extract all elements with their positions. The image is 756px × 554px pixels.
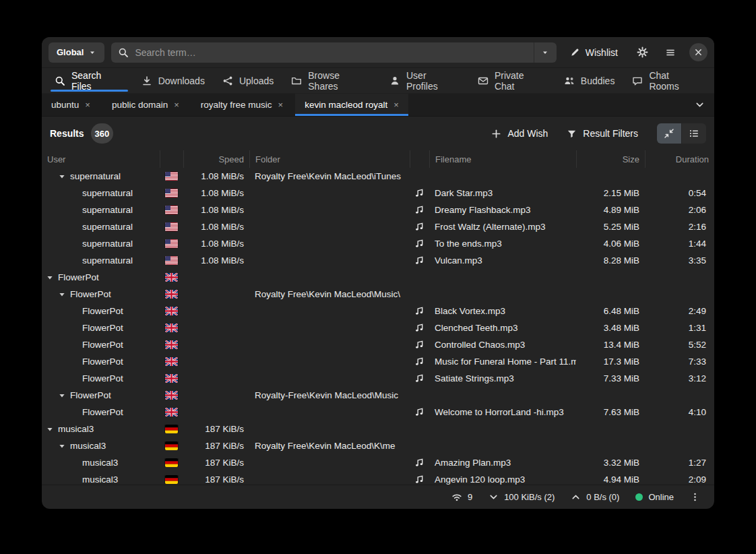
result-row[interactable]: FlowerPotSatiate Strings.mp37.33 MiB3:12 [42, 370, 714, 387]
tab-user-profiles[interactable]: User Profiles [381, 68, 469, 93]
flag-cell [160, 206, 183, 214]
tab-buddies[interactable]: Buddies [555, 68, 624, 93]
downloads-icon [141, 75, 152, 86]
result-row[interactable]: supernatural1.08 MiB/sRoyalty Free\Kevin… [42, 168, 714, 185]
result-row[interactable]: supernatural1.08 MiB/sTo the ends.mp34.0… [42, 235, 714, 252]
search-input[interactable] [135, 47, 526, 58]
search-entry[interactable] [111, 42, 533, 63]
result-row[interactable]: supernatural1.08 MiB/sDreamy Flashback.m… [42, 202, 714, 218]
user-name: supernatural [82, 239, 133, 249]
speed-cell: 1.08 MiB/s [183, 188, 249, 198]
search-tab-list-button[interactable] [685, 94, 714, 116]
close-tab-icon[interactable]: × [393, 100, 399, 109]
speed-cell: 187 KiB/s [183, 458, 249, 468]
status-menu[interactable] [683, 488, 707, 507]
column-header-duration[interactable]: Duration [645, 150, 714, 168]
filename-cell: Welcome to HorrorLand -hi.mp3 [429, 407, 576, 417]
size-cell: 7.63 MiB [576, 407, 645, 417]
result-row[interactable]: FlowerPotWelcome to HorrorLand -hi.mp37.… [42, 404, 714, 421]
tab-search-files[interactable]: Search Files [46, 68, 133, 93]
column-header-file_icon[interactable] [410, 150, 429, 168]
close-tab-icon[interactable]: × [278, 100, 284, 109]
flag-cell [160, 458, 183, 467]
preferences-button[interactable] [631, 42, 653, 63]
user-cell: musical3 [42, 424, 160, 434]
list-view-toggle[interactable] [682, 123, 706, 144]
column-header-filename[interactable]: Filename [429, 150, 576, 168]
column-header-size[interactable]: Size [576, 150, 645, 168]
music-note-icon [414, 239, 424, 249]
search-history-dropdown-button[interactable] [534, 42, 557, 63]
search-tab-kevin-macleod-royalt[interactable]: kevin macleod royalt× [295, 94, 408, 116]
file-icon-cell [410, 306, 429, 316]
add-wish-button[interactable]: Add Wish [484, 123, 555, 144]
duration-cell: 0:54 [645, 188, 714, 198]
flag-cell [160, 408, 183, 417]
search-tab-royalty-free-music[interactable]: royalty free music× [191, 94, 292, 116]
result-row[interactable]: FlowerPotRoyalty Free\Kevin MacLeod\Musi… [42, 286, 714, 303]
user-cell: musical3 [42, 474, 160, 485]
search-tab-public-domain[interactable]: public domain× [102, 94, 189, 116]
column-header-folder[interactable]: Folder [249, 150, 410, 168]
window-close-button[interactable] [689, 43, 707, 61]
result-filters-button[interactable]: Result Filters [560, 123, 645, 144]
result-row[interactable]: supernatural1.08 MiB/sVulcan.mp38.28 MiB… [42, 252, 714, 269]
user-cell: musical3 [42, 441, 160, 451]
result-row[interactable]: musical3187 KiB/sRoyalty Free\Kevin MacL… [42, 437, 714, 454]
music-note-icon [414, 373, 424, 383]
tab-uploads[interactable]: Uploads [214, 68, 282, 93]
country-flag-icon-us [165, 256, 178, 265]
result-row[interactable]: FlowerPotClenched Teeth.mp33.48 MiB1:31 [42, 319, 714, 336]
filename-cell: To the ends.mp3 [429, 239, 576, 249]
search-group [111, 42, 556, 63]
result-row[interactable]: FlowerPotMusic for Funeral Home - Part 1… [42, 353, 714, 370]
result-row[interactable]: musical3187 KiB/sAmazing Plan.mp33.32 Mi… [42, 454, 714, 471]
result-row[interactable]: musical3187 KiB/sAngevin 120 loop.mp34.9… [42, 471, 714, 485]
wishlist-button[interactable]: Wishlist [563, 42, 625, 63]
speed-cell: 1.08 MiB/s [183, 171, 249, 181]
connection-status[interactable]: Online [628, 488, 681, 507]
user-cell: FlowerPot [42, 289, 160, 299]
status-label: 9 [468, 492, 472, 502]
expander-spacer [70, 189, 78, 197]
search-tab-ubuntu[interactable]: ubuntu× [42, 94, 100, 116]
tab-private-chat[interactable]: Private Chat [469, 68, 555, 93]
column-header-user[interactable]: User [42, 150, 160, 168]
main-menu-button[interactable] [660, 42, 681, 63]
tab-chat-rooms[interactable]: Chat Rooms [623, 68, 710, 93]
close-tab-icon[interactable]: × [85, 100, 90, 109]
search-scope-button[interactable]: Global [49, 42, 104, 63]
result-row[interactable]: FlowerPotRoyalty-Free\Kevin MacLeod\Musi… [42, 387, 714, 404]
close-tab-icon[interactable]: × [174, 100, 179, 109]
country-flag-icon-gb [165, 408, 178, 417]
download-status[interactable]: 100 KiB/s (2) [481, 488, 562, 507]
result-row[interactable]: supernatural1.08 MiB/sFrost Waltz (Alter… [42, 218, 714, 235]
music-note-icon [414, 474, 424, 485]
country-flag-icon-de [165, 475, 178, 484]
collapse-results-toggle[interactable] [657, 123, 681, 144]
chev-up-icon [571, 492, 581, 502]
upload-status[interactable]: 0 B/s (0) [563, 488, 627, 507]
filter-icon [567, 129, 577, 139]
result-row[interactable]: supernatural1.08 MiB/sDark Star.mp32.15 … [42, 185, 714, 202]
column-header-flag[interactable] [160, 150, 183, 168]
hamburger-icon [665, 47, 676, 58]
speed-cell: 1.08 MiB/s [183, 255, 249, 266]
duration-cell: 4:10 [645, 407, 714, 417]
flag-cell [160, 441, 183, 450]
filename-cell: Angevin 120 loop.mp3 [429, 474, 576, 485]
tab-downloads[interactable]: Downloads [133, 68, 214, 93]
expander-icon [58, 392, 66, 400]
tab-browse-shares[interactable]: Browse Shares [282, 68, 381, 93]
search-scope-label: Global [57, 47, 84, 57]
results-label: Results [50, 128, 84, 139]
result-row[interactable]: FlowerPot [42, 269, 714, 286]
column-header-speed[interactable]: Speed [183, 150, 249, 168]
country-flag-icon-gb [165, 357, 178, 366]
result-row[interactable]: FlowerPotControlled Chaos.mp313.4 MiB5:5… [42, 336, 714, 353]
result-row[interactable]: FlowerPotBlack Vortex.mp36.48 MiB2:49 [42, 303, 714, 319]
result-row[interactable]: musical3187 KiB/s [42, 421, 714, 437]
connections-status[interactable]: 9 [444, 488, 480, 507]
expander-spacer [70, 307, 78, 315]
user-name: supernatural [70, 171, 121, 181]
